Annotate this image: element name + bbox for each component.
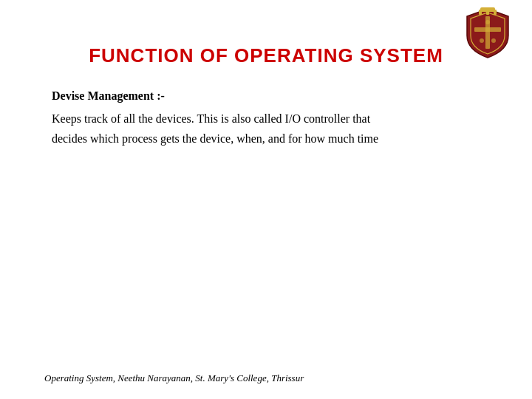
svg-point-7: [491, 38, 496, 43]
college-crest: [466, 7, 519, 61]
slide-title: FUNCTION OF OPERATING SYSTEM: [44, 44, 488, 67]
svg-rect-3: [479, 10, 482, 15]
title-section: FUNCTION OF OPERATING SYSTEM: [44, 44, 488, 67]
content-section: Devise Management :- Keeps track of all …: [44, 89, 488, 149]
body-line2: decides which process gets the device, w…: [52, 132, 378, 145]
svg-point-6: [480, 38, 484, 43]
svg-rect-5: [494, 10, 497, 15]
svg-point-8: [485, 20, 490, 24]
svg-rect-1: [474, 27, 501, 32]
crest-icon: [466, 7, 510, 59]
svg-rect-4: [486, 9, 489, 15]
body-line1: Keeps track of all the devices. This is …: [52, 112, 370, 125]
section-heading: Devise Management :-: [52, 89, 480, 103]
footer-text: Operating System, Neethu Narayanan, St. …: [44, 372, 304, 384]
slide-container: FUNCTION OF OPERATING SYSTEM Devise Mana…: [0, 0, 532, 399]
section-body: Keeps track of all the devices. This is …: [52, 109, 480, 149]
